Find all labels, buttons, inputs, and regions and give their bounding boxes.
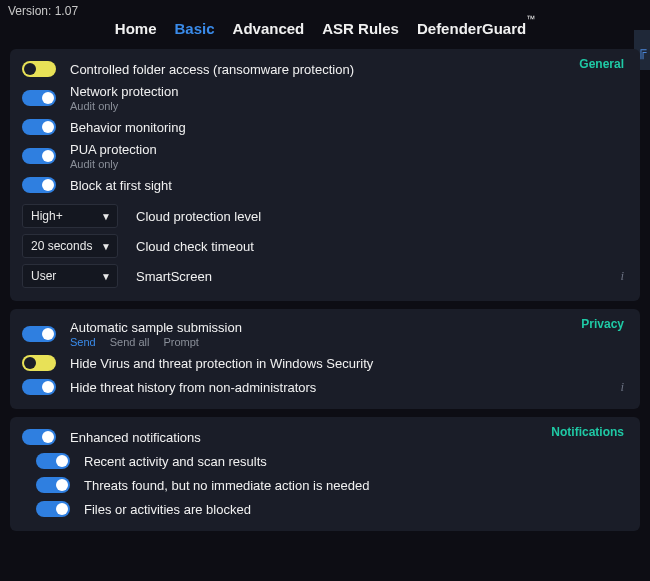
row-auto-sample: Automatic sample submission Send Send al… <box>22 317 628 351</box>
label-enhanced: Enhanced notifications <box>70 430 201 445</box>
row-pua: PUA protection Audit only <box>22 139 628 173</box>
select-cloud-timeout-value: 20 seconds <box>31 239 92 253</box>
row-cloud-level: High+ ▼ Cloud protection level <box>22 201 628 231</box>
row-cloud-timeout: 20 seconds ▼ Cloud check timeout <box>22 231 628 261</box>
label-pua: PUA protection <box>70 142 157 157</box>
version-label: Version: 1.07 <box>0 0 650 20</box>
label-behavior: Behavior monitoring <box>70 120 186 135</box>
tab-defenderguard-label: DefenderGuard <box>417 20 526 37</box>
toggle-files-blocked[interactable] <box>36 501 70 517</box>
link-send[interactable]: Send <box>70 336 96 348</box>
tab-home[interactable]: Home <box>115 20 157 37</box>
row-hide-history: Hide threat history from non-administrat… <box>22 375 628 399</box>
label-cloud-level: Cloud protection level <box>136 209 261 224</box>
select-smartscreen[interactable]: User ▼ <box>22 264 118 288</box>
label-recent: Recent activity and scan results <box>84 454 267 469</box>
row-recent: Recent activity and scan results <box>22 449 628 473</box>
sublabel-pua-audit: Audit only <box>70 158 118 170</box>
row-enhanced: Enhanced notifications <box>22 425 628 449</box>
row-controlled-folder: Controlled folder access (ransomware pro… <box>22 57 628 81</box>
tab-asr-rules[interactable]: ASR Rules <box>322 20 399 37</box>
label-controlled-folder: Controlled folder access (ransomware pro… <box>70 62 354 77</box>
row-hide-virus: Hide Virus and threat protection in Wind… <box>22 351 628 375</box>
toggle-recent[interactable] <box>36 453 70 469</box>
toggle-pua[interactable] <box>22 148 56 164</box>
toggle-behavior[interactable] <box>22 119 56 135</box>
tab-advanced[interactable]: Advanced <box>233 20 305 37</box>
label-cloud-timeout: Cloud check timeout <box>136 239 254 254</box>
label-block-first-sight: Block at first sight <box>70 178 172 193</box>
chevron-down-icon: ▼ <box>101 241 111 252</box>
label-threats-found: Threats found, but no immediate action i… <box>84 478 369 493</box>
toggle-enhanced[interactable] <box>22 429 56 445</box>
tab-defenderguard[interactable]: DefenderGuard™ <box>417 20 535 37</box>
row-network-protection: Network protection Audit only <box>22 81 628 115</box>
label-hide-history: Hide threat history from non-administrat… <box>70 380 316 395</box>
trademark-icon: ™ <box>526 14 535 24</box>
select-cloud-level[interactable]: High+ ▼ <box>22 204 118 228</box>
row-threats-found: Threats found, but no immediate action i… <box>22 473 628 497</box>
toggle-network-protection[interactable] <box>22 90 56 106</box>
label-smartscreen: SmartScreen <box>136 269 212 284</box>
toggle-block-first-sight[interactable] <box>22 177 56 193</box>
select-smartscreen-value: User <box>31 269 56 283</box>
toggle-auto-sample[interactable] <box>22 326 56 342</box>
toggle-hide-virus[interactable] <box>22 355 56 371</box>
label-hide-virus: Hide Virus and threat protection in Wind… <box>70 356 373 371</box>
toggle-controlled-folder[interactable] <box>22 61 56 77</box>
label-files-blocked: Files or activities are blocked <box>84 502 251 517</box>
toggle-hide-history[interactable] <box>22 379 56 395</box>
select-cloud-timeout[interactable]: 20 seconds ▼ <box>22 234 118 258</box>
info-icon[interactable]: i <box>620 268 624 284</box>
toggle-threats-found[interactable] <box>36 477 70 493</box>
chevron-down-icon: ▼ <box>101 211 111 222</box>
sublabel-network-audit: Audit only <box>70 100 118 112</box>
panel-privacy: Privacy Automatic sample submission Send… <box>10 309 640 409</box>
chevron-down-icon: ▼ <box>101 271 111 282</box>
info-icon[interactable]: i <box>620 379 624 395</box>
panel-notifications: Notifications Enhanced notifications Rec… <box>10 417 640 531</box>
row-files-blocked: Files or activities are blocked <box>22 497 628 521</box>
row-smartscreen: User ▼ SmartScreen i <box>22 261 628 291</box>
tab-bar: Home Basic Advanced ASR Rules DefenderGu… <box>0 20 650 43</box>
row-behavior: Behavior monitoring <box>22 115 628 139</box>
panel-general: General Controlled folder access (ransom… <box>10 49 640 301</box>
row-block-first-sight: Block at first sight <box>22 173 628 197</box>
label-auto-sample: Automatic sample submission <box>70 320 242 335</box>
tab-basic[interactable]: Basic <box>175 20 215 37</box>
label-network-protection: Network protection <box>70 84 178 99</box>
link-prompt[interactable]: Prompt <box>163 336 198 348</box>
select-cloud-level-value: High+ <box>31 209 63 223</box>
link-send-all[interactable]: Send all <box>110 336 150 348</box>
